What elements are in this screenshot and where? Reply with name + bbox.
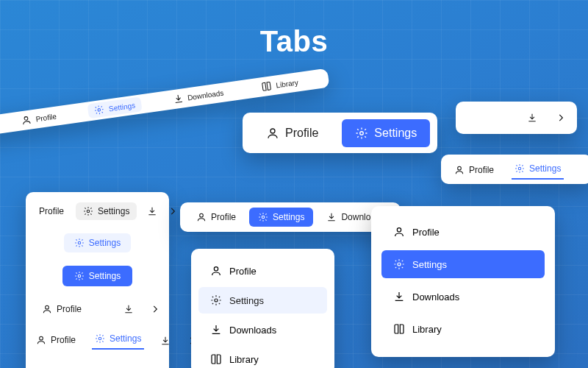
tab-downloads[interactable]: Downloads xyxy=(381,283,545,311)
download-icon xyxy=(123,304,134,314)
svg-point-0 xyxy=(24,116,28,120)
svg-point-1 xyxy=(98,108,101,111)
gear-icon xyxy=(258,212,268,222)
person-icon xyxy=(36,335,46,345)
tab-label: Profile xyxy=(229,266,257,277)
tab-profile[interactable]: Profile xyxy=(381,218,545,246)
tab-label: Profile xyxy=(412,227,440,238)
download-icon xyxy=(160,336,171,346)
tab-label: Profile xyxy=(469,165,494,175)
tab-profile[interactable]: Profile xyxy=(15,107,64,129)
svg-point-10 xyxy=(40,336,43,340)
tab-settings[interactable]: Settings xyxy=(62,266,132,286)
tab-label: Library xyxy=(412,324,442,335)
tab-settings[interactable]: Settings xyxy=(198,287,327,314)
svg-point-12 xyxy=(200,213,204,217)
svg-point-13 xyxy=(262,216,265,219)
gear-icon xyxy=(83,206,93,216)
tab-label: Downloads xyxy=(229,325,276,336)
tab-settings[interactable]: Settings xyxy=(342,119,430,147)
gear-icon xyxy=(95,333,105,344)
tab-label: Settings xyxy=(529,163,561,174)
tab-settings[interactable]: Settings xyxy=(87,96,142,118)
tab-settings[interactable]: Settings xyxy=(64,233,131,252)
tab-label: Settings xyxy=(108,101,135,113)
tabs-underline: Profile Settings xyxy=(441,155,588,184)
tab-profile[interactable]: Profile xyxy=(253,119,331,147)
svg-point-3 xyxy=(360,131,364,135)
tab-label: Profile xyxy=(39,206,64,216)
tabs-vertical-light: Profile Settings Downloads Library xyxy=(191,249,334,368)
chevron-right-icon xyxy=(150,304,160,314)
svg-point-9 xyxy=(46,305,49,309)
tabs-overflow xyxy=(456,102,577,134)
tab-profile[interactable]: Profile xyxy=(33,300,90,319)
tab-label: Profile xyxy=(51,335,76,345)
tabs-vertical-solid: Profile Settings Downloads Library xyxy=(371,206,555,357)
person-icon xyxy=(21,114,32,126)
tab-label: Profile xyxy=(35,112,57,123)
tab-settings[interactable]: Settings xyxy=(76,202,137,220)
person-icon xyxy=(266,127,279,140)
tab-settings[interactable]: Settings xyxy=(249,208,313,227)
tab-profile[interactable]: Profile xyxy=(187,208,245,227)
svg-point-8 xyxy=(78,275,81,277)
tab-label: Settings xyxy=(110,333,141,344)
download-icon xyxy=(527,113,537,123)
gear-icon xyxy=(514,163,525,174)
scroll-right-button[interactable] xyxy=(168,202,178,220)
tab-profile[interactable]: Profile xyxy=(451,160,497,180)
svg-point-5 xyxy=(518,167,521,170)
tab-label: Library xyxy=(276,78,299,89)
tab-downloads[interactable]: Downloads xyxy=(166,85,230,108)
tab-downloads[interactable] xyxy=(518,108,546,127)
gear-icon xyxy=(74,238,85,248)
tab-profile[interactable]: Profile xyxy=(198,258,327,284)
tab-settings[interactable]: Settings xyxy=(381,250,545,278)
tab-label: Downloads xyxy=(412,291,459,302)
scroll-right-button[interactable] xyxy=(148,300,162,318)
gear-icon xyxy=(74,271,85,281)
book-icon xyxy=(393,323,405,335)
gear-icon xyxy=(355,127,368,140)
book-icon xyxy=(210,353,222,365)
svg-point-7 xyxy=(78,241,81,244)
gear-icon xyxy=(210,294,222,306)
tab-label: Profile xyxy=(57,304,82,314)
tab-downloads[interactable]: Downloads xyxy=(198,316,327,343)
tab-label: Settings xyxy=(273,212,304,222)
tab-profile[interactable]: Profile xyxy=(33,330,79,350)
gear-icon xyxy=(93,104,105,116)
tab-downloads[interactable] xyxy=(115,300,143,319)
chevron-right-icon xyxy=(556,113,566,123)
tab-label: Settings xyxy=(374,127,417,140)
tab-downloads[interactable] xyxy=(157,332,173,350)
tab-profile[interactable]: Profile xyxy=(33,202,70,220)
chevron-right-icon xyxy=(168,206,178,216)
tab-label: Library xyxy=(229,354,259,365)
svg-point-14 xyxy=(214,267,218,271)
scroll-right-button[interactable] xyxy=(552,109,570,127)
gear-icon xyxy=(393,258,405,270)
tab-downloads[interactable] xyxy=(143,202,162,220)
tab-library[interactable]: Library xyxy=(381,315,545,343)
tab-settings[interactable]: Settings xyxy=(92,329,144,350)
download-icon xyxy=(326,212,337,222)
tab-label: Settings xyxy=(412,259,447,270)
svg-point-2 xyxy=(270,129,275,133)
download-icon xyxy=(393,291,405,302)
tab-settings[interactable]: Settings xyxy=(512,159,564,180)
tab-label: Downloads xyxy=(187,88,224,102)
page-title: Tabs xyxy=(0,25,588,58)
person-icon xyxy=(42,304,52,314)
svg-point-4 xyxy=(458,166,462,170)
svg-point-16 xyxy=(397,228,401,232)
person-icon xyxy=(196,212,207,222)
tab-label: Settings xyxy=(89,271,121,281)
tab-library[interactable]: Library xyxy=(254,74,305,95)
person-icon xyxy=(210,265,222,277)
download-icon xyxy=(172,93,184,105)
tabs-style-variants: Profile Settings Settings Settings Profi… xyxy=(26,192,169,368)
svg-point-11 xyxy=(98,337,101,340)
tab-library[interactable]: Library xyxy=(198,346,327,368)
